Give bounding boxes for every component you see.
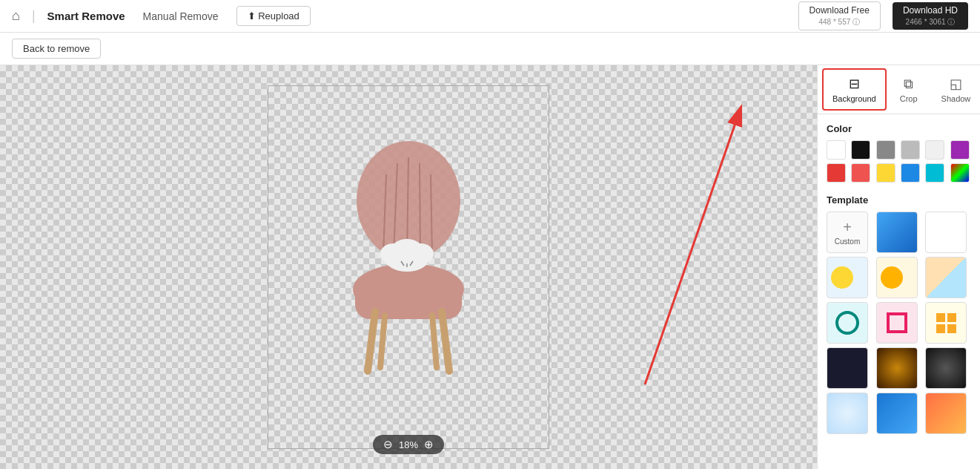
color-swatch-cyan[interactable] [925, 163, 944, 183]
download-free-button[interactable]: Download Free 448 * 557 ⓘ [798, 1, 881, 30]
template-teal-ring[interactable] [827, 302, 868, 344]
image-container [268, 85, 549, 449]
color-swatch-gradient[interactable] [950, 163, 970, 183]
zoom-level: 18% [399, 439, 418, 450]
tab-shadow[interactable]: ◱ Shadow [931, 68, 980, 111]
template-yellow-circle-blue[interactable] [827, 257, 868, 298]
color-swatch-white[interactable] [827, 140, 846, 160]
zoom-indicator: ⊖ 18% ⊕ [373, 435, 444, 454]
zoom-in-button[interactable]: ⊕ [424, 438, 434, 451]
custom-label: Custom [835, 237, 860, 246]
tab-background[interactable]: ⊟ Background [822, 68, 887, 111]
template-blue-solid[interactable] [876, 393, 918, 434]
custom-plus-icon: + [843, 219, 852, 236]
manual-remove-tab[interactable]: Manual Remove [137, 10, 225, 22]
svg-point-11 [391, 239, 423, 263]
color-swatch-blue[interactable] [901, 163, 920, 183]
color-swatch-black[interactable] [851, 140, 870, 160]
color-swatch-red[interactable] [827, 163, 846, 183]
color-swatch-light[interactable] [925, 140, 944, 160]
color-grid [827, 140, 971, 183]
template-dark-glow[interactable] [925, 347, 967, 389]
download-hd-button[interactable]: Download HD 2466 * 3061 ⓘ [893, 2, 968, 30]
svg-line-18 [432, 315, 437, 367]
template-warm-glow[interactable] [876, 347, 918, 389]
svg-line-5 [420, 163, 420, 256]
template-orange-circle[interactable] [876, 257, 918, 298]
canvas-area[interactable]: ⊖ 18% ⊕ [0, 65, 817, 469]
main-area: ⊖ 18% ⊕ ⊟ Background ⧉ Crop ◱ Shadow Col… [0, 65, 980, 469]
tab-crop[interactable]: ⧉ Crop [890, 69, 928, 111]
template-yellow-squares[interactable] [925, 302, 967, 344]
crop-tab-label: Crop [900, 94, 918, 103]
template-grid: + Custom [827, 211, 971, 434]
template-light-blue[interactable] [827, 393, 868, 434]
color-section-title: Color [827, 123, 971, 134]
nav-divider: | [32, 8, 36, 24]
svg-rect-2 [355, 278, 462, 319]
template-white[interactable] [925, 211, 967, 253]
template-blue-gradient[interactable] [876, 211, 918, 253]
color-swatch-yellow[interactable] [876, 163, 895, 183]
top-nav: ⌂ | Smart Remove Manual Remove ⬆ Reuploa… [0, 0, 980, 33]
panel-tabs: ⊟ Background ⧉ Crop ◱ Shadow [818, 65, 980, 114]
panel-content: Color Template + Custom [818, 114, 980, 469]
sub-toolbar: Back to remove [0, 33, 980, 65]
template-custom[interactable]: + Custom [827, 211, 868, 253]
color-swatch-red2[interactable] [851, 163, 870, 183]
shadow-tab-label: Shadow [941, 94, 971, 103]
color-swatch-purple[interactable] [950, 140, 970, 160]
template-section-title: Template [827, 194, 971, 206]
template-pink-diagonal[interactable] [925, 257, 967, 298]
shadow-tab-icon: ◱ [950, 76, 962, 92]
home-icon[interactable]: ⌂ [12, 8, 20, 24]
svg-line-16 [442, 312, 449, 371]
color-swatch-gray1[interactable] [876, 140, 895, 160]
smart-remove-tab[interactable]: Smart Remove [47, 10, 125, 22]
color-swatch-gray2[interactable] [901, 140, 920, 160]
template-dark-fabric[interactable] [827, 347, 868, 389]
background-tab-label: Background [832, 94, 876, 103]
crop-tab-icon: ⧉ [904, 76, 913, 92]
template-orange[interactable] [925, 393, 967, 434]
back-to-remove-button[interactable]: Back to remove [12, 39, 101, 59]
svg-line-17 [380, 315, 385, 367]
chair-image [327, 141, 490, 393]
zoom-out-button[interactable]: ⊖ [383, 438, 393, 451]
background-tab-icon: ⊟ [849, 76, 860, 92]
right-panel: ⊟ Background ⧉ Crop ◱ Shadow Color [817, 65, 980, 469]
template-pink-square[interactable] [876, 302, 918, 344]
reupload-button[interactable]: ⬆ Reupload [236, 6, 311, 26]
svg-line-15 [368, 312, 375, 371]
